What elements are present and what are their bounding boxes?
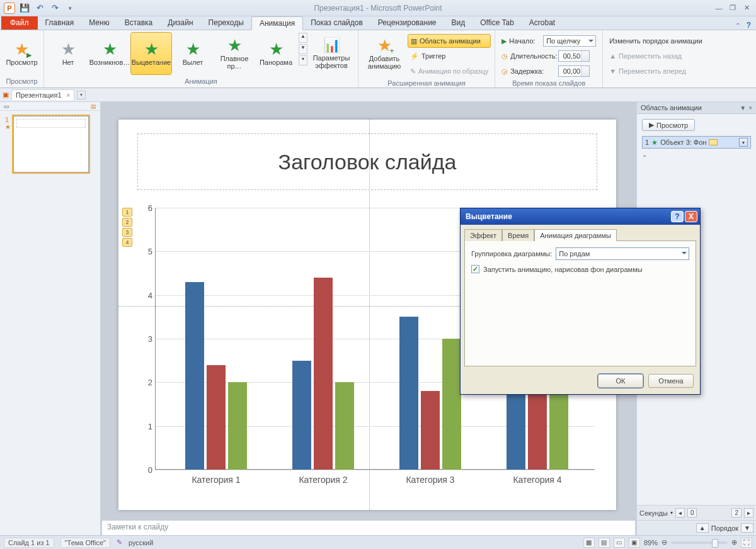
- sorter-view-button[interactable]: ▤: [598, 538, 610, 548]
- redo-button[interactable]: ↷: [48, 2, 62, 14]
- duration-spinner[interactable]: 00,50: [558, 50, 590, 62]
- effect-fade[interactable]: ★Выцветание: [131, 33, 171, 74]
- restore-button[interactable]: ❐: [727, 4, 738, 13]
- add-animation-button[interactable]: ★+ Добавить анимацию: [362, 33, 406, 74]
- save-button[interactable]: 💾: [18, 2, 32, 14]
- trigger-button[interactable]: ⚡Триггер: [408, 49, 491, 63]
- anim-marker[interactable]: 2: [122, 218, 132, 227]
- expand-toggle[interactable]: ⌄: [642, 151, 751, 158]
- time-0: 0: [687, 508, 697, 518]
- dialog-title-bar[interactable]: Выцветание ? X: [461, 208, 700, 225]
- tab-view[interactable]: Вид: [444, 16, 473, 30]
- effect-float-in[interactable]: ★Плавное пр…: [214, 33, 255, 74]
- animation-list-item[interactable]: 1 ★ Объект 3: Фон ▾: [642, 136, 751, 149]
- slideshow-view-button[interactable]: ▣: [629, 538, 640, 548]
- start-dropdown[interactable]: По щелчку: [543, 35, 596, 47]
- slide-thumbnail[interactable]: [13, 116, 89, 173]
- thumbnail-chart: [18, 130, 84, 168]
- gallery-more-button[interactable]: ▾: [299, 55, 307, 65]
- zoom-in-button[interactable]: ⊕: [731, 538, 737, 546]
- reorder-up-button[interactable]: ▲: [696, 523, 709, 533]
- ok-button[interactable]: ОК: [598, 374, 643, 388]
- thumbnails-icon[interactable]: ▤: [91, 103, 96, 110]
- tab-acrobat[interactable]: Acrobat: [522, 16, 563, 30]
- effect-label: Плавное пр…: [214, 55, 255, 70]
- delay-spinner[interactable]: 00,00: [558, 65, 590, 77]
- zoom-out-button[interactable]: ⊖: [662, 538, 667, 546]
- close-button[interactable]: ✕: [741, 4, 752, 13]
- fit-slide-button[interactable]: ⛶: [741, 538, 752, 548]
- trigger-label: Триггер: [421, 52, 445, 60]
- dialog-tab-timing[interactable]: Время: [502, 229, 534, 241]
- undo-button[interactable]: ↶: [33, 2, 47, 14]
- group-preview: ★▶ Просмотр Просмотр: [0, 30, 44, 88]
- effect-appear[interactable]: ★Возникнов…: [89, 33, 130, 74]
- tab-review[interactable]: Рецензирование: [370, 16, 444, 30]
- effect-none[interactable]: ★Нет: [48, 33, 88, 74]
- scroll-right-button[interactable]: ▸: [744, 508, 753, 518]
- anim-marker[interactable]: 4: [122, 238, 132, 247]
- outline-icon[interactable]: ▭: [4, 103, 9, 110]
- tab-design[interactable]: Дизайн: [160, 16, 200, 30]
- dialog-tab-effect[interactable]: Эффект: [464, 229, 502, 241]
- notes-pane[interactable]: Заметки к слайду: [102, 520, 635, 535]
- reorder-down-button[interactable]: ▼: [741, 523, 753, 533]
- tab-home[interactable]: Главная: [38, 16, 82, 30]
- anim-marker[interactable]: 3: [122, 228, 132, 237]
- cancel-button[interactable]: Отмена: [648, 374, 694, 388]
- spellcheck-icon[interactable]: ✎: [117, 538, 122, 546]
- tab-list-button[interactable]: ▾: [77, 91, 86, 99]
- tab-office-tab[interactable]: Office Tab: [472, 16, 522, 30]
- effect-split[interactable]: ★Панорама: [256, 33, 296, 74]
- dialog-help-button[interactable]: ?: [671, 211, 684, 222]
- scroll-left-button[interactable]: ◂: [675, 508, 685, 518]
- language-indicator[interactable]: русский: [129, 539, 153, 546]
- dialog-close-button[interactable]: X: [685, 211, 697, 222]
- dialog-panel: Группировка диаграммы: По рядам ✓ Запуст…: [464, 241, 696, 366]
- star-icon: ★: [269, 41, 284, 57]
- play-label: Просмотр: [656, 122, 688, 129]
- normal-view-button[interactable]: ▦: [583, 538, 595, 548]
- window-controls: ― ❐ ✕: [713, 4, 756, 13]
- help-icon[interactable]: ?: [747, 21, 751, 30]
- effect-fly-in[interactable]: ★Вылет: [173, 33, 213, 74]
- gallery-down-button[interactable]: ▼: [299, 44, 307, 54]
- document-tab[interactable]: Презентация1 ×: [11, 89, 74, 100]
- app-menu-button[interactable]: P: [3, 2, 16, 14]
- gallery-up-button[interactable]: ▲: [299, 33, 307, 43]
- arrow-up-icon: ▲: [609, 52, 616, 60]
- effect-options-button[interactable]: 📊 Параметры эффектов: [309, 33, 354, 74]
- status-bar: Слайд 1 из 1 "Тема Office" ✎ русский ▦ ▤…: [0, 535, 756, 549]
- animation-painter-label: Анимация по образцу: [418, 67, 488, 75]
- dialog-tab-chart-animation[interactable]: Анимация диаграммы: [534, 229, 617, 241]
- preview-button[interactable]: ★▶ Просмотр: [4, 33, 40, 74]
- pane-close-icon[interactable]: ×: [748, 105, 752, 111]
- play-animation-button[interactable]: ▶Просмотр: [642, 119, 695, 131]
- zoom-level[interactable]: 89%: [644, 539, 658, 546]
- anim-marker[interactable]: 1: [122, 208, 132, 217]
- ribbon-minimize-icon[interactable]: ⌃: [735, 22, 740, 29]
- file-tab[interactable]: Файл: [1, 16, 38, 30]
- pane-menu-icon[interactable]: ▼: [740, 105, 746, 111]
- minimize-button[interactable]: ―: [713, 4, 724, 13]
- tab-animations[interactable]: Анимация: [251, 16, 303, 30]
- qat-customize-button[interactable]: ▾: [63, 2, 77, 14]
- star-icon: ★: [186, 41, 200, 57]
- advanced-buttons-column: ▥Область анимации ⚡Триггер ✎Анимация по …: [408, 33, 491, 78]
- tab-slideshow[interactable]: Показ слайдов: [303, 16, 370, 30]
- tab-transitions[interactable]: Переходы: [201, 16, 251, 30]
- title-placeholder[interactable]: Заголовок слайда: [137, 133, 597, 190]
- units-dd-icon[interactable]: ▾: [670, 510, 673, 516]
- animation-pane-button[interactable]: ▥Область анимации: [408, 34, 491, 48]
- tab-menu[interactable]: Меню: [81, 16, 117, 30]
- close-tab-icon[interactable]: ×: [67, 92, 71, 99]
- grouping-select[interactable]: По рядам: [556, 247, 689, 260]
- document-tab-strip: ▣ Презентация1 × ▾: [0, 88, 756, 102]
- add-animation-icon: ★+: [377, 37, 392, 54]
- item-dropdown-button[interactable]: ▾: [739, 138, 748, 147]
- start-with-background-checkbox[interactable]: ✓: [471, 265, 479, 273]
- zoom-slider[interactable]: [671, 541, 728, 544]
- tab-insert[interactable]: Вставка: [117, 16, 161, 30]
- reading-view-button[interactable]: ▭: [614, 538, 625, 548]
- effect-options-label: Параметры эффектов: [309, 54, 354, 69]
